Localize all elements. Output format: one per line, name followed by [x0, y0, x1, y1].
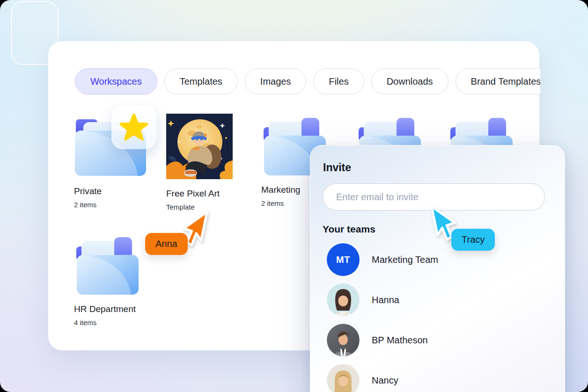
folder-name: HR Department	[74, 304, 154, 314]
folder-item-count: 2 items	[74, 201, 154, 209]
folder-tile-private[interactable]: Private 2 items	[74, 114, 154, 209]
team-row-nancy[interactable]: Nancy	[327, 364, 565, 392]
tab-bar: Workspaces Templates Images Files Downlo…	[75, 68, 540, 95]
team-row-bp-matheson[interactable]: BP Matheson	[327, 324, 565, 356]
photo-avatar-man-suit	[327, 324, 360, 356]
folder-name: Private	[74, 186, 154, 196]
desktop-background: Workspaces Templates Images Files Downlo…	[0, 0, 588, 392]
teams-list: MT Marketing Team Hanna	[327, 243, 565, 392]
invite-panel: Invite Your teams MT Marketing Team	[310, 145, 565, 392]
photo-avatar-woman-dark-hair	[327, 283, 360, 316]
member-name: Nancy	[372, 375, 398, 386]
member-name: BP Matheson	[372, 335, 428, 346]
template-tile-free-pixel-art[interactable]: Free Pixel Art Template	[166, 114, 241, 211]
tab-downloads[interactable]: Downloads	[371, 68, 448, 94]
tab-templates[interactable]: Templates	[164, 68, 238, 94]
team-row-marketing-team[interactable]: MT Marketing Team	[327, 243, 565, 276]
anna-cursor-label: Anna	[145, 233, 188, 255]
tab-workspaces[interactable]: Workspaces	[75, 68, 157, 94]
pixel-art-thumbnail	[166, 173, 233, 181]
team-row-hanna[interactable]: Hanna	[327, 283, 565, 316]
tab-images[interactable]: Images	[245, 68, 307, 94]
team-name: Marketing Team	[372, 254, 438, 265]
template-name: Free Pixel Art	[166, 189, 241, 199]
tab-brand-templates[interactable]: Brand Templates	[456, 68, 540, 94]
photo-avatar-woman-blonde	[327, 364, 360, 392]
member-name: Hanna	[372, 295, 399, 305]
favorite-star-badge	[111, 105, 156, 149]
folder-icon	[74, 288, 140, 296]
initials-avatar: MT	[327, 243, 360, 276]
invite-title: Invite	[323, 161, 565, 174]
folder-item-count: 4 items	[74, 319, 154, 327]
folder-tile-hr-department[interactable]: HR Department 4 items	[74, 235, 154, 327]
tab-files[interactable]: Files	[313, 68, 364, 94]
star-icon	[119, 113, 148, 141]
folder-icon	[74, 170, 147, 178]
tracy-cursor-label: Tracy	[451, 229, 495, 251]
